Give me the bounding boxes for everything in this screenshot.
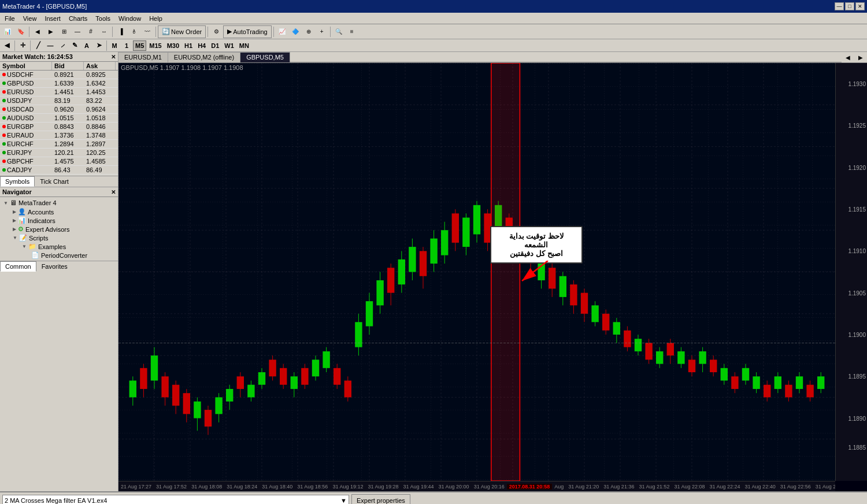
ea-dropdown[interactable]: 2 MA Crosses Mega filter EA V1.ex4 ▼ — [2, 495, 349, 504]
period-d1[interactable]: D1 — [209, 40, 221, 51]
mw-ask: 1.6342 — [84, 79, 116, 87]
period-1[interactable]: 1 — [121, 40, 132, 51]
chart-tab-eurusd-m1[interactable]: EURUSD,M1 — [118, 52, 168, 62]
nav-root[interactable]: ▼ 🖥 MetaTrader 4 — [1, 198, 117, 207]
list-item[interactable]: GBPCHF 1.4575 1.4585 — [0, 157, 118, 166]
list-item[interactable]: AUDUSD 1.0515 1.0518 — [0, 114, 118, 123]
nav-expert-advisors[interactable]: ▶ ⚙ Expert Advisors — [10, 225, 117, 234]
autotrading-button[interactable]: ▶ AutoTrading — [223, 25, 272, 38]
close-button[interactable]: ✕ — [855, 2, 865, 10]
list-item[interactable]: USDJPY 83.19 83.22 — [0, 97, 118, 105]
minimize-button[interactable]: — — [835, 2, 844, 10]
navigator-close[interactable]: ✕ — [111, 189, 116, 195]
tab-tick-chart[interactable]: Tick Chart — [35, 176, 74, 187]
period-m5[interactable]: M5 — [133, 40, 146, 51]
period-separator-1 — [14, 40, 15, 51]
pencil-tool[interactable]: ✎ — [69, 40, 80, 51]
new-order-icon: 🔄 — [162, 28, 170, 35]
menu-view[interactable]: View — [20, 14, 40, 23]
list-item[interactable]: EURCHF 1.2894 1.2897 — [0, 140, 118, 149]
menu-charts[interactable]: Charts — [65, 14, 91, 23]
back-button[interactable]: ◀ — [31, 25, 44, 38]
menu-file[interactable]: File — [1, 14, 18, 23]
indicators-button[interactable]: 📈 — [276, 25, 288, 38]
svg-rect-127 — [645, 343, 652, 360]
list-item[interactable]: USDCHF 0.8921 0.8925 — [0, 71, 118, 79]
channel-tool[interactable]: ⟋ — [57, 40, 68, 51]
line-chart-button[interactable]: 〰 — [141, 25, 154, 38]
menu-insert[interactable]: Insert — [41, 14, 64, 23]
status-dot — [2, 142, 6, 146]
list-item[interactable]: CADJPY 86.43 86.49 — [0, 166, 118, 175]
zoom-out-button[interactable]: — — [71, 25, 84, 38]
time-axis: 21 Aug 17:27 31 Aug 17:52 31 Aug 18:08 3… — [118, 481, 835, 491]
period-arrow-left[interactable]: ◀ — [1, 40, 13, 51]
list-item[interactable]: EURJPY 120.21 120.25 — [0, 149, 118, 157]
nav-scripts-children: ▼ 📁 Examples 📄 PeriodConverter — [10, 242, 117, 260]
list-item[interactable]: USDCAD 0.9620 0.9624 — [0, 105, 118, 114]
list-item[interactable]: EURGBP 0.8843 0.8846 — [0, 123, 118, 131]
period-w1[interactable]: W1 — [222, 40, 236, 51]
mw-ask: 83.22 — [84, 97, 116, 105]
nav-accounts[interactable]: ▶ 👤 Accounts — [10, 207, 117, 216]
candle-chart-button[interactable]: 🕯 — [128, 25, 140, 38]
period-h1[interactable]: H1 — [182, 40, 195, 51]
new-chart-button[interactable]: 📊 — [1, 25, 14, 38]
nav-root-icon: 🖥 — [10, 199, 17, 207]
arrow-tool[interactable]: ➤ — [93, 40, 105, 51]
period-m30[interactable]: M30 — [165, 40, 181, 51]
period-m15[interactable]: M15 — [147, 40, 164, 51]
nav-indicators[interactable]: ▶ 📊 Indicators — [10, 216, 117, 225]
menu-help[interactable]: Help — [146, 14, 166, 23]
nav-scripts[interactable]: ▼ 📝 Scripts — [10, 234, 117, 242]
svg-rect-85 — [420, 251, 427, 276]
search-icon[interactable]: 🔍 — [332, 25, 345, 38]
chart-scroll-right[interactable]: ▶ — [854, 52, 867, 62]
list-item[interactable]: EURUSD 1.4451 1.4453 — [0, 88, 118, 97]
tab-common[interactable]: Common — [0, 261, 36, 272]
profiles-button[interactable]: 🔖 — [14, 25, 27, 38]
forward-button[interactable]: ▶ — [45, 25, 57, 38]
period-m1[interactable]: M — [109, 40, 120, 51]
list-item[interactable]: EURAUD 1.3736 1.3748 — [0, 131, 118, 140]
objects-button[interactable]: 🔷 — [289, 25, 302, 38]
menu-window[interactable]: Window — [115, 14, 144, 23]
options-button[interactable]: ≡ — [346, 25, 358, 38]
text-tool[interactable]: A — [81, 40, 92, 51]
grid-button[interactable]: # — [84, 25, 97, 38]
svg-rect-47 — [215, 397, 222, 414]
new-order-button[interactable]: 🔄 New Order — [158, 25, 206, 38]
crosshair-tool[interactable]: ✛ — [17, 40, 28, 51]
period-mn[interactable]: MN — [237, 40, 251, 51]
chart-content[interactable]: GBPUSD,M5 1.1907 1.1908 1.1907 1.1908 — [118, 63, 867, 491]
ea-dropdown-arrow: ▼ — [340, 497, 347, 504]
market-watch-rows: USDCHF 0.8921 0.8925 GBPUSD 1.6339 1.634… — [0, 71, 118, 175]
chart-tab-eurusd-m2[interactable]: EURUSD,M2 (offline) — [168, 52, 240, 62]
crosshair-button[interactable]: + — [316, 25, 328, 38]
expert-properties-button[interactable]: Expert properties — [351, 494, 410, 504]
tab-symbols[interactable]: Symbols — [0, 176, 35, 187]
market-watch-title: Market Watch: 16:24:53 — [2, 53, 73, 60]
nav-examples[interactable]: ▼ 📁 Examples — [20, 242, 117, 251]
tab-favorites[interactable]: Favorites — [36, 261, 73, 272]
menu-tools[interactable]: Tools — [92, 14, 114, 23]
hline-tool[interactable]: — — [45, 40, 56, 51]
nav-accounts-expand-icon: ▶ — [13, 209, 16, 214]
nav-period-converter[interactable]: 📄 PeriodConverter — [29, 251, 117, 260]
chart-tab-gbpusd-m5[interactable]: GBPUSD,M5 — [240, 52, 290, 62]
line-tool[interactable]: ╱ — [32, 40, 44, 51]
time-label-3: 31 Aug 18:08 — [189, 484, 224, 490]
tools-button[interactable]: ⊕ — [302, 25, 315, 38]
nav-sub-tree: ▶ 👤 Accounts ▶ 📊 Indicators ▶ ⚙ Expert A… — [1, 207, 117, 260]
chart-scroll-left[interactable]: ◀ — [842, 52, 854, 62]
main-toolbar: 📊 🔖 ◀ ▶ ⊞ — # ↔ ▐ 🕯 〰 🔄 New Order ⚙ ▶ Au… — [0, 24, 867, 39]
experts-button[interactable]: ⚙ — [210, 25, 223, 38]
zoom-in-button[interactable]: ⊞ — [58, 25, 71, 38]
list-item[interactable]: GBPUSD 1.6339 1.6342 — [0, 79, 118, 88]
market-watch-close[interactable]: ✕ — [111, 54, 116, 60]
maximize-button[interactable]: □ — [845, 2, 854, 10]
chart-shift-button[interactable]: ↔ — [98, 25, 110, 38]
period-h4[interactable]: H4 — [195, 40, 208, 51]
scripts-icon: 📝 — [19, 234, 27, 242]
bar-chart-button[interactable]: ▐ — [114, 25, 127, 38]
